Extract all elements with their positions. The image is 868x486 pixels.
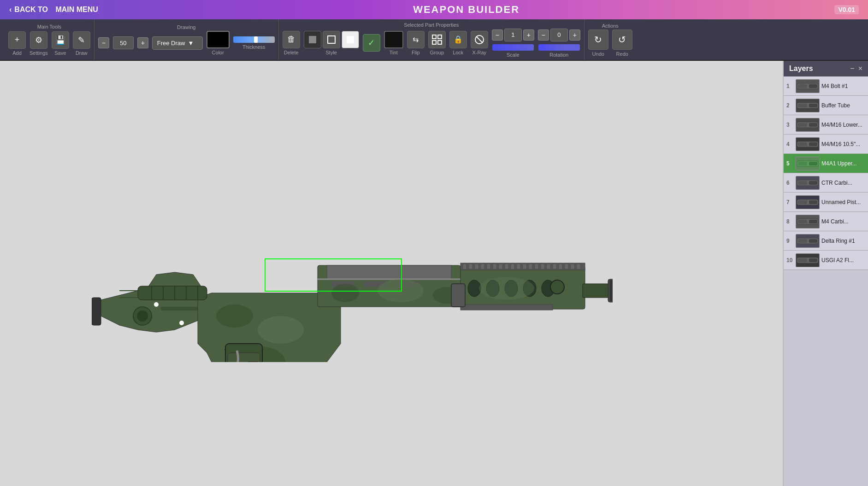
drawing-tools-row: − + Free Draw ▼ Color <box>98 31 275 55</box>
actions-label: Actions <box>588 23 632 29</box>
redo-label: Redo <box>616 51 628 57</box>
svg-point-60 <box>479 277 534 300</box>
rotation-plus-button[interactable]: + <box>569 29 580 41</box>
svg-rect-91 <box>809 181 817 185</box>
scale-input[interactable] <box>504 29 522 41</box>
scale-plus-button[interactable]: + <box>523 29 534 41</box>
thickness-plus-button[interactable]: + <box>137 37 148 48</box>
scale-minus-button[interactable]: − <box>492 29 503 41</box>
svg-rect-100 <box>809 239 817 243</box>
svg-rect-73 <box>451 284 465 307</box>
group-label: Group <box>430 50 444 55</box>
svg-rect-50 <box>559 264 562 269</box>
top-bar: ‹ BACK TO MAIN MENU WEAPON BUILDER V0.01 <box>0 0 868 19</box>
menu-label: MAIN MENU <box>55 6 98 14</box>
redo-tool-item: ↺ Redo <box>612 29 632 57</box>
layer-thumbnail <box>796 253 820 267</box>
layer-name: M4/M16 10.5"... <box>821 141 865 147</box>
layer-thumbnail <box>796 215 820 228</box>
flip-button[interactable]: ⇆ <box>407 31 425 48</box>
layer-item[interactable]: 5 M4A1 Upper... <box>784 154 868 173</box>
svg-rect-88 <box>809 162 817 165</box>
layer-item[interactable]: 2 Buffer Tube <box>784 96 868 115</box>
style-filled-button[interactable] <box>304 31 321 48</box>
scale-slider[interactable] <box>492 44 534 51</box>
selected-part-row: 🗑 Delete Style ✓ <box>283 29 580 58</box>
svg-rect-2 <box>347 36 354 43</box>
thickness-minus-button[interactable]: − <box>98 37 109 48</box>
save-button[interactable]: 💾 <box>52 31 69 49</box>
rotation-slider[interactable] <box>538 44 580 51</box>
layer-name: USGI A2 Fl... <box>821 257 865 263</box>
tint-label: Tint <box>390 50 398 55</box>
xray-tool-item: X-Ray <box>471 31 488 55</box>
undo-button[interactable]: ↻ <box>588 29 608 50</box>
svg-rect-21 <box>228 353 260 362</box>
rotation-minus-button[interactable]: − <box>538 29 549 41</box>
settings-button[interactable]: ⚙ <box>30 31 47 49</box>
tint-swatch[interactable] <box>384 31 403 48</box>
undo-label: Undo <box>592 51 604 57</box>
layers-close-button[interactable]: × <box>858 64 862 73</box>
lock-label: Lock <box>453 50 463 55</box>
svg-rect-81 <box>798 123 807 127</box>
back-label: BACK TO <box>14 6 48 14</box>
lock-button[interactable]: 🔒 <box>449 31 467 48</box>
layer-item[interactable]: 7 Unnamed Pist... <box>784 193 868 212</box>
svg-rect-52 <box>571 264 574 269</box>
layer-thumbnail <box>796 137 820 151</box>
layer-item[interactable]: 9 Delta Ring #1 <box>784 231 868 251</box>
draw-tool-dropdown[interactable]: Free Draw ▼ <box>152 36 203 50</box>
rotation-tool-item: − + Rotation <box>538 29 580 58</box>
draw-tool-value: Free Draw <box>157 40 185 47</box>
layer-number: 8 <box>786 218 794 225</box>
delete-button[interactable]: 🗑 <box>283 31 300 48</box>
color-swatch[interactable] <box>207 31 230 48</box>
svg-rect-75 <box>798 84 807 88</box>
svg-rect-4 <box>438 35 442 39</box>
thickness-slider[interactable] <box>233 36 275 43</box>
layer-item[interactable]: 4 M4/M16 10.5"... <box>784 135 868 154</box>
layer-item[interactable]: 6 CTR Carbi... <box>784 173 868 193</box>
layer-item[interactable]: 3 M4/M16 Lower... <box>784 115 868 135</box>
svg-rect-0 <box>309 36 316 43</box>
version-badge: V0.01 <box>834 5 859 14</box>
layer-number: 2 <box>786 102 794 109</box>
delete-tool-item: 🗑 Delete <box>283 31 300 55</box>
svg-rect-47 <box>541 264 544 269</box>
svg-line-8 <box>476 36 483 43</box>
rotation-input[interactable] <box>550 29 568 41</box>
svg-point-30 <box>378 279 424 302</box>
svg-rect-82 <box>809 123 817 127</box>
draw-button[interactable]: ✎ <box>73 31 90 49</box>
group-button[interactable] <box>428 31 446 48</box>
canvas-area[interactable] <box>0 61 783 486</box>
svg-point-61 <box>550 280 564 294</box>
back-button[interactable]: ‹ BACK TO MAIN MENU <box>9 6 98 14</box>
redo-button[interactable]: ↺ <box>612 29 632 50</box>
xray-button[interactable] <box>471 31 488 48</box>
svg-rect-49 <box>553 264 556 269</box>
svg-rect-59 <box>461 304 553 310</box>
selected-part-label: Selected Part Properties <box>283 22 580 28</box>
style-white-button[interactable] <box>342 31 359 48</box>
svg-rect-6 <box>438 41 442 44</box>
svg-point-16 <box>179 321 184 325</box>
svg-rect-102 <box>798 258 807 262</box>
layer-number: 10 <box>786 257 794 263</box>
thickness-input[interactable] <box>113 36 134 49</box>
layer-item[interactable]: 10 USGI A2 Fl... <box>784 251 868 270</box>
layer-item[interactable]: 1 M4 Bolt #1 <box>784 76 868 96</box>
layer-item[interactable]: 8 M4 Carbi... <box>784 212 868 231</box>
svg-rect-14 <box>161 307 198 310</box>
layer-number: 6 <box>786 180 794 186</box>
svg-rect-46 <box>535 264 538 269</box>
style-outline-button[interactable] <box>323 31 340 48</box>
add-button[interactable]: + <box>8 31 26 49</box>
weapon-container[interactable] <box>92 215 613 362</box>
confirm-button[interactable]: ✓ <box>363 34 380 52</box>
app-title: WEAPON BUILDER <box>413 4 520 16</box>
layers-minimize-button[interactable]: − <box>850 64 854 73</box>
color-label: Color <box>212 50 224 55</box>
add-tool-item: + Add <box>8 31 26 56</box>
